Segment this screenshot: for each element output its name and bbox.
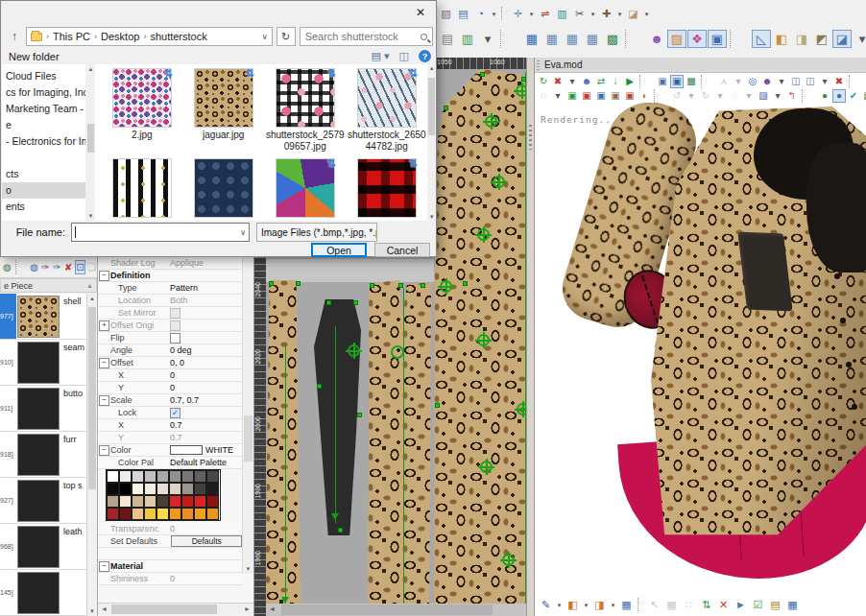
property-checkbox[interactable] [170, 308, 180, 319]
piece-row[interactable]: 918] furr [0, 432, 86, 478]
fabric-book-icon[interactable]: ▥ [554, 6, 570, 21]
palette-swatch[interactable] [206, 495, 219, 508]
file-name-input[interactable]: ∨ [71, 223, 250, 242]
pattern-piece-side[interactable] [265, 280, 301, 616]
property-row[interactable]: Definition [98, 270, 253, 282]
earth-icon[interactable]: ● [818, 89, 831, 103]
property-row[interactable]: Color WHITE [98, 444, 253, 457]
palette-swatch[interactable] [194, 495, 206, 508]
search-input[interactable]: Search shutterstock [300, 27, 433, 46]
spec-table-icon[interactable]: ▦ [583, 30, 602, 48]
dropdown-icon[interactable]: ▾ [609, 597, 617, 612]
size-table-icon[interactable]: ▦ [542, 30, 562, 48]
marquee-icon[interactable]: ◌ [537, 89, 550, 103]
dropdown-icon[interactable]: ▾ [818, 75, 831, 88]
cancel-button[interactable]: Cancel [374, 243, 430, 257]
box-blue-icon[interactable]: ▣ [594, 89, 608, 103]
palette-swatch[interactable] [181, 495, 194, 508]
palette-swatch[interactable] [144, 470, 156, 483]
palette-swatch[interactable] [169, 495, 181, 508]
box-brown-icon[interactable]: ▣ [609, 89, 622, 103]
property-checkbox[interactable] [170, 408, 180, 418]
palette-icon[interactable]: ❖ [687, 30, 707, 48]
sync-icon[interactable]: ⇄ [594, 75, 608, 88]
seam-tool-icon[interactable]: ⇌ [537, 6, 553, 21]
nav-item[interactable]: cts [2, 166, 85, 182]
property-row[interactable]: Color Pal Default Palette [98, 457, 253, 469]
file-thumbnail[interactable]: ⇅ [276, 68, 335, 128]
piece-id[interactable]: 927] [0, 478, 16, 523]
nav-item[interactable]: e [2, 117, 85, 133]
grain-marker[interactable] [477, 334, 490, 346]
piece-row[interactable]: 977] shell [0, 294, 86, 340]
dropdown-icon[interactable]: ▾ [853, 30, 866, 48]
palette-swatch[interactable] [144, 495, 156, 508]
up-one-level-icon[interactable]: ↑ [7, 30, 22, 43]
open-button[interactable]: Open [311, 243, 367, 257]
grid-scrollbar[interactable]: ▲▼ [427, 64, 436, 221]
palette-swatch[interactable] [119, 483, 132, 495]
folder-icon[interactable]: ▤ [767, 597, 783, 612]
nav-item[interactable]: Cloud Files [2, 68, 85, 84]
property-value[interactable]: 0 [170, 383, 253, 392]
piece-row[interactable]: 968] leath [0, 524, 86, 570]
grain-marker[interactable] [493, 176, 505, 188]
property-checkbox[interactable] [170, 320, 180, 331]
render-lens-icon[interactable]: ◎ [746, 75, 759, 88]
palette-swatch[interactable] [144, 508, 156, 520]
palette-swatch[interactable] [194, 508, 206, 520]
fit-cross-icon[interactable]: ✖ [832, 75, 846, 88]
nav-item[interactable]: Marketing Team - feature i [2, 101, 85, 117]
file-name[interactable]: shutterstock_358 [103, 220, 181, 221]
globe-blue-icon[interactable]: ◍ [29, 260, 39, 274]
new-page-icon[interactable]: ▤ [455, 6, 471, 21]
piece-id[interactable]: 910] [0, 340, 16, 385]
file-name[interactable]: shutterstock_535 [348, 220, 426, 221]
palette-swatch[interactable] [181, 470, 194, 483]
property-value[interactable]: Applique [170, 258, 253, 268]
property-row[interactable]: Type Pattern [98, 282, 253, 295]
piece-orange1-icon[interactable]: ◧ [565, 597, 581, 612]
dropdown-icon[interactable]: ▾ [565, 75, 579, 88]
property-value[interactable]: Default Palette [170, 458, 253, 467]
property-row[interactable]: X 0 [98, 369, 253, 382]
grain-marker[interactable] [516, 84, 526, 97]
property-value[interactable]: 0 deg [170, 345, 253, 355]
search-icon[interactable] [421, 34, 427, 40]
file-name[interactable]: jaguar.jpg [184, 130, 263, 141]
nav-item[interactable]: ents [2, 199, 85, 215]
property-row[interactable]: Location Both [98, 295, 253, 307]
globe-icon[interactable]: ◔ [472, 6, 489, 21]
property-row[interactable]: Angle 0 deg [98, 344, 253, 357]
dropdown-icon[interactable]: ▾ [775, 75, 788, 88]
window-active-icon[interactable]: ▣ [670, 75, 684, 88]
new-folder-button[interactable]: New folder [9, 51, 60, 62]
dropdown-icon[interactable]: ▾ [742, 89, 756, 103]
properties-scrollbar[interactable]: ▼ [242, 257, 253, 574]
view-3d-titlebar[interactable]: Eva.mod [535, 58, 866, 73]
check-box-icon[interactable]: ☑ [750, 597, 766, 612]
monitor-icon[interactable]: ▣ [708, 30, 727, 48]
grid-gray-icon[interactable]: ▦ [663, 597, 680, 612]
file-item[interactable]: ⇅ shutterstock_381 [264, 158, 346, 221]
dropdown-icon[interactable]: ▾ [527, 6, 536, 21]
file-item[interactable]: ⇅ shutterstock_363 [182, 158, 264, 221]
color-tool-icon[interactable]: ▧ [438, 6, 454, 21]
close-icon[interactable]: ✕ [405, 1, 436, 24]
palette-swatch[interactable] [107, 470, 119, 483]
dropdown-icon[interactable]: ▾ [685, 89, 698, 103]
property-checkbox[interactable] [170, 333, 180, 344]
piece-thumbnail[interactable] [17, 434, 60, 476]
piece-thumbnail[interactable] [17, 526, 60, 568]
grain-marker[interactable] [485, 115, 497, 128]
property-row[interactable]: Material [98, 560, 242, 573]
texture-globe-icon[interactable]: ◍ [2, 260, 12, 274]
file-name[interactable]: shutterstock_363 [184, 220, 263, 221]
property-row[interactable]: Shader Log Applique [98, 257, 253, 270]
panel-splitter[interactable] [526, 58, 535, 616]
delete-icon[interactable]: ✖ [551, 75, 565, 88]
dropdown-icon[interactable]: ▾ [771, 89, 784, 103]
palette-swatch[interactable] [156, 470, 169, 483]
pieces-scrollbar[interactable]: ▲ ▼ [86, 294, 97, 616]
palette-swatch[interactable] [169, 470, 181, 483]
